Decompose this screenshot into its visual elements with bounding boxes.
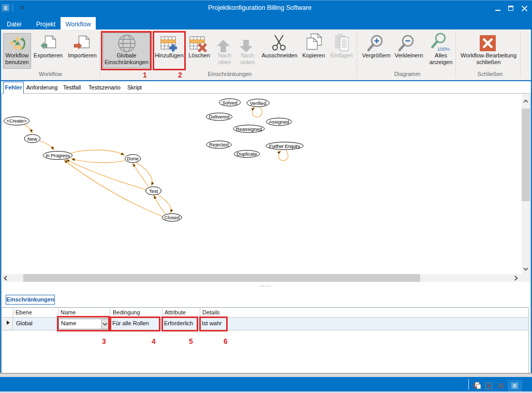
svg-text:Done: Done: [127, 156, 139, 161]
svg-text:Test: Test: [149, 188, 158, 194]
svg-text:New: New: [27, 136, 37, 142]
svg-text:Reassigned: Reassigned: [236, 126, 262, 132]
svg-text:Further Enquiry: Further Enquiry: [269, 143, 300, 149]
svg-text:Duplicate: Duplicate: [237, 151, 257, 157]
svg-text:<Create>: <Create>: [7, 118, 27, 124]
svg-text:Assigned: Assigned: [269, 119, 289, 125]
svg-text:Closed: Closed: [164, 215, 180, 220]
svg-text:Solved: Solved: [222, 100, 237, 105]
svg-text:In Progress: In Progress: [46, 153, 70, 158]
svg-text:Verified: Verified: [250, 100, 267, 106]
svg-text:Rejected: Rejected: [209, 142, 229, 147]
svg-text:Delivered: Delivered: [209, 114, 230, 119]
